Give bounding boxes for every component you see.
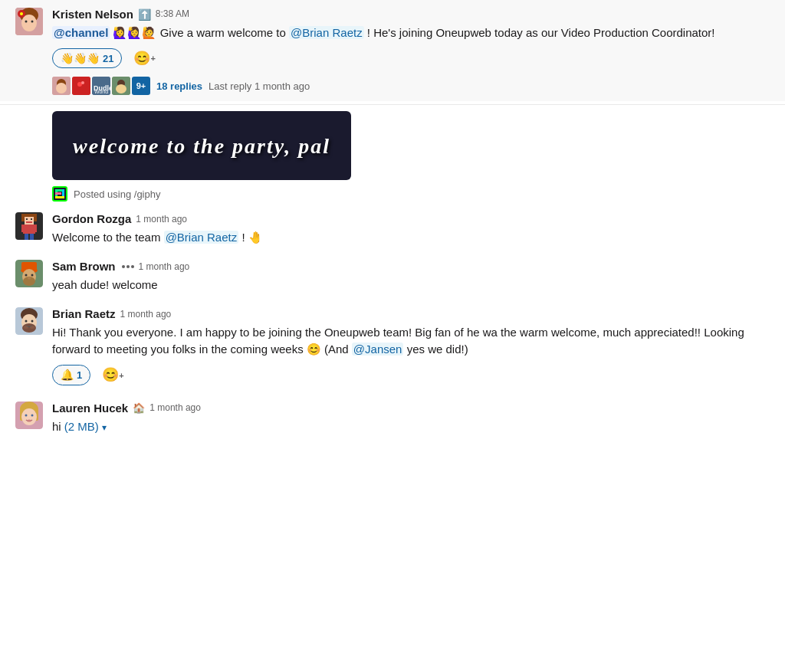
username[interactable]: Sam Brown [52,258,116,275]
timestamp: 1 month ago [120,308,172,322]
svg-point-45 [31,274,34,277]
username[interactable]: Kristen Nelson [52,6,133,23]
add-reaction-button[interactable]: 😊+ [95,362,130,387]
giphy-credit: Posted using /giphy [52,186,770,202]
svg-point-46 [28,277,31,280]
channel-mention: @channel [52,26,110,39]
svg-point-4 [31,21,34,23]
svg-rect-23 [55,192,61,195]
thread-last-reply: Last reply 1 month ago [209,79,310,93]
svg-point-6 [20,12,23,15]
avatar[interactable] [15,402,43,429]
reaction-bar: 🔔 1 😊+ [52,362,770,387]
svg-rect-29 [21,214,25,221]
message-content: Lauren Hucek 🏠 1 month ago hi (2 MB) ▾ [52,400,770,435]
author-badge: 🏠 [133,401,145,415]
svg-point-9 [56,83,67,93]
thread-avatar [112,77,130,95]
message-block: Gordon Rozga 1 month ago Welcome to the … [0,205,785,252]
svg-point-54 [30,326,34,329]
brian-avatar-img [15,307,43,335]
reaction-bar: 👋👋👋 21 😊+ [52,46,770,70]
message-block: Brian Raetz 1 month ago Hi! Thank you ev… [0,300,785,393]
message-header: Brian Raetz 1 month ago [52,306,770,323]
message-header: Sam Brown 1 month ago [52,258,770,275]
svg-point-52 [31,320,34,323]
username[interactable]: Brian Raetz [52,306,116,323]
user-mention-jansen[interactable]: @Jansen [352,343,404,356]
svg-rect-30 [34,214,37,221]
message-content: Brian Raetz 1 month ago Hi! Thank you ev… [52,306,770,387]
timestamp: 1 month ago [139,261,190,274]
svg-rect-36 [34,225,37,232]
dropdown-arrow-icon[interactable]: ▾ [102,422,107,433]
user-mention-brian[interactable]: @Brian Raetz [164,231,239,244]
thread-reply-count[interactable]: 18 replies [156,79,202,93]
svg-point-62 [27,419,31,421]
svg-rect-38 [30,234,34,240]
message-text: Hi! Thank you everyone. I am happy to be… [52,324,770,358]
message-text: yeah dude! welcome [52,277,770,293]
svg-rect-33 [26,221,32,223]
svg-rect-31 [26,218,28,220]
message-block: Kristen Nelson ⬆️ 8:38 AM @channel 🙋‍♀️🙋… [0,0,785,101]
giphy-text: welcome to the party, pal [73,130,330,162]
file-link[interactable]: (2 MB) [64,420,99,433]
svg-text:World: World [94,89,108,94]
message-header: Kristen Nelson ⬆️ 8:38 AM [52,6,770,23]
message-text: @channel 🙋‍♀️🙋‍♀️🙋 Give a warm welcome t… [52,25,770,41]
username[interactable]: Lauren Hucek [52,400,128,417]
svg-point-61 [31,414,34,416]
author-badge: ⬆️ [138,7,151,23]
thread-bar[interactable]: Dudley's World 9+ 18 [52,77,770,95]
lauren-avatar-img [15,402,43,429]
reaction-wave[interactable]: 👋👋👋 21 [52,48,122,69]
add-reaction-button[interactable]: 😊+ [126,46,162,70]
giphy-credit-text: Posted using /giphy [74,187,160,202]
thread-avatar [52,77,71,95]
thread-avatar [72,77,90,95]
svg-point-44 [25,274,28,277]
svg-point-51 [25,320,28,323]
giphy-block: welcome to the party, pal Posted using /… [0,108,785,205]
svg-rect-32 [31,218,32,220]
message-content: Gordon Rozga 1 month ago Welcome to the … [52,211,770,246]
svg-point-59 [21,408,37,425]
message-text: Welcome to the team @Brian Raetz ! 🤚 [52,229,770,246]
svg-rect-37 [25,234,28,240]
message-content: Kristen Nelson ⬆️ 8:38 AM @channel 🙋‍♀️🙋… [52,6,770,95]
chat-container: Kristen Nelson ⬆️ 8:38 AM @channel 🙋‍♀️🙋… [0,0,785,441]
svg-point-13 [81,81,84,84]
username[interactable]: Gordon Rozga [52,211,131,228]
avatar[interactable] [15,8,43,35]
user-mention-brian[interactable]: @Brian Raetz [289,26,364,39]
thread-avatars: Dudley's World 9+ [52,77,150,95]
svg-point-53 [24,326,28,329]
reaction-bell[interactable]: 🔔 1 [52,365,90,385]
message-block: Sam Brown 1 month ago yeah dude! welcome [0,252,785,300]
divider [0,104,785,105]
timestamp: 8:38 AM [156,8,189,21]
svg-rect-34 [23,225,35,234]
avatar[interactable] [15,260,43,287]
svg-point-2 [21,15,37,31]
thread-avatar: Dudley's World [92,77,110,95]
message-content: Sam Brown 1 month ago yeah dude! welcome [52,258,770,293]
thread-plus-count: 9+ [132,77,150,95]
svg-point-3 [25,21,28,23]
message-header: Gordon Rozga 1 month ago [52,211,770,228]
message-text: hi (2 MB) ▾ [52,418,770,435]
svg-rect-28 [23,214,35,217]
svg-point-19 [116,84,126,93]
message-header: Lauren Hucek 🏠 1 month ago [52,400,770,417]
timestamp: 1 month ago [149,402,201,415]
typing-indicator [122,265,134,268]
giphy-image: welcome to the party, pal [52,111,351,180]
timestamp: 1 month ago [136,213,187,227]
avatar[interactable] [15,307,43,335]
svg-point-60 [25,414,28,416]
avatar[interactable] [15,212,43,240]
reaction-count: 1 [77,368,82,382]
sam-avatar-img [15,260,43,287]
gordon-avatar-img [15,212,43,240]
